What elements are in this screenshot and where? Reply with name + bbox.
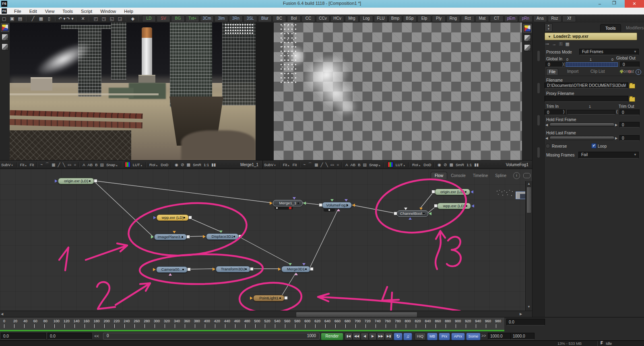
- tool-button-3Cm[interactable]: 3Cm: [200, 15, 214, 22]
- right-viewer-1:1[interactable]: 1:1: [465, 163, 473, 167]
- vscroll-thumb[interactable]: [526, 187, 532, 213]
- close-button[interactable]: ✕: [625, 0, 644, 8]
- guides-icon[interactable]: ▤: [362, 163, 368, 167]
- loader-tab-file[interactable]: File: [546, 68, 558, 75]
- menu-help[interactable]: Help: [120, 9, 137, 14]
- view-cube-icon[interactable]: [2, 34, 8, 41]
- tool-button-BSp[interactable]: BSp: [403, 15, 417, 22]
- global-range-slider[interactable]: [566, 62, 618, 67]
- tool-button-Mat[interactable]: Mat: [475, 15, 489, 22]
- menu-tools[interactable]: Tools: [58, 9, 77, 14]
- slider-left-icon[interactable]: ◀: [545, 123, 548, 127]
- tool-button-Rng[interactable]: Rng: [446, 15, 460, 22]
- tool-button-BG[interactable]: BG: [171, 15, 185, 22]
- tool-button-CT[interactable]: CT: [490, 15, 504, 22]
- left-viewer[interactable]: [10, 23, 256, 160]
- channel-swatch-icon[interactable]: [125, 162, 130, 167]
- view-layout-icon[interactable]: [524, 25, 531, 32]
- reverse-checkbox[interactable]: [545, 144, 550, 148]
- layout-stack-icon[interactable]: ◱: [108, 16, 116, 22]
- grid-icon[interactable]: ▦: [50, 163, 56, 167]
- playback-range[interactable]: 0 1000: [103, 333, 320, 340]
- left-viewer-fit[interactable]: Fit: [29, 163, 35, 167]
- current-time-field-2[interactable]: [47, 333, 92, 340]
- scroll-right-icon[interactable]: ▶: [520, 312, 522, 316]
- hold-first-field[interactable]: [619, 122, 640, 128]
- tool-button-3Rn[interactable]: 3Rn: [229, 15, 243, 22]
- filename-field[interactable]: [545, 82, 628, 89]
- transport-step-forward-fast-button[interactable]: ▶▶: [377, 333, 385, 340]
- current-time-field[interactable]: [1, 333, 46, 340]
- hscroll-thumb[interactable]: [296, 312, 417, 317]
- ellipse-icon[interactable]: ○: [72, 163, 77, 167]
- transport-first-frame-button[interactable]: ▮◀: [345, 333, 353, 340]
- lock-icon[interactable]: ◉: [173, 163, 180, 167]
- right-viewer[interactable]: [274, 23, 522, 160]
- hold-last-field[interactable]: [619, 135, 640, 141]
- splitter-handle[interactable]: [537, 51, 540, 61]
- panel-spinner[interactable]: ▲▼: [545, 23, 553, 32]
- transport-step-back-fast-button[interactable]: ◀◀: [353, 333, 361, 340]
- left-viewer-1:1[interactable]: 1:1: [202, 163, 210, 167]
- tool-button-BC[interactable]: BC: [272, 15, 286, 22]
- menu-edit[interactable]: Edit: [25, 9, 41, 14]
- spline-icon[interactable]: ~: [302, 163, 307, 167]
- trim-slider[interactable]: [567, 110, 615, 115]
- gear-icon[interactable]: ⚙: [627, 69, 632, 74]
- open-file-icon[interactable]: ▣: [8, 16, 16, 22]
- radiation-icon[interactable]: ☢: [619, 69, 623, 74]
- transport-step-back-button[interactable]: ◀: [361, 333, 369, 340]
- folder-icon[interactable]: [629, 84, 635, 89]
- process-mode-dropdown[interactable]: Full Frames▼: [579, 49, 639, 55]
- levels-icon[interactable]: ▮▮: [210, 163, 217, 167]
- left-viewer-ab[interactable]: AB: [87, 163, 94, 167]
- flow-view[interactable]: origin.exr (LD)wpp.exr (LD)ImagePlane3..…: [0, 169, 532, 317]
- checker-icon[interactable]: ▩: [448, 163, 454, 167]
- spline-icon[interactable]: ~: [39, 163, 44, 167]
- global-end-field[interactable]: [488, 333, 512, 340]
- tool-button-3Im[interactable]: 3Im: [215, 15, 228, 22]
- right-viewer-snap[interactable]: Snap ▴: [368, 163, 382, 167]
- view-cube-icon[interactable]: [2, 43, 8, 50]
- tool-button-Log[interactable]: Log: [359, 15, 373, 22]
- tab-modifiers[interactable]: Modifiers: [623, 24, 644, 31]
- right-viewer-lut[interactable]: LUT ▴: [394, 163, 407, 167]
- right-viewer-subv[interactable]: SubV ▾: [263, 163, 278, 167]
- color-picker-icon[interactable]: ◆: [129, 16, 136, 22]
- trim-in-field[interactable]: [545, 109, 566, 115]
- tool-button-LD[interactable]: LD: [142, 15, 156, 22]
- view-layout-icon[interactable]: [2, 24, 8, 31]
- paste-icon[interactable]: ▯: [45, 16, 53, 22]
- tab-tools[interactable]: Tools: [600, 24, 621, 32]
- layout-grid-icon[interactable]: ◲: [116, 16, 124, 22]
- channel-swatch-icon[interactable]: [388, 162, 393, 167]
- loop-checkbox[interactable]: ✔: [591, 143, 597, 148]
- missing-frames-dropdown[interactable]: Fail▼: [578, 152, 639, 159]
- layout-split-icon[interactable]: ◳: [100, 16, 107, 22]
- cut-icon[interactable]: ╱: [29, 16, 37, 22]
- render-button[interactable]: Render: [321, 333, 343, 340]
- arrow-icon[interactable]: →: [552, 41, 559, 46]
- time-ruler[interactable]: 0204060801001201401601802002202402602803…: [0, 317, 644, 332]
- loader-tab-clip-list[interactable]: Clip List: [588, 68, 607, 74]
- folder-icon[interactable]: [629, 97, 635, 102]
- rect-icon[interactable]: ▭: [66, 163, 72, 167]
- menu-file[interactable]: File: [10, 9, 25, 14]
- tool-button-CCv[interactable]: CCv: [316, 15, 330, 22]
- loader-tab-import[interactable]: Import: [565, 68, 581, 74]
- scroll-down-icon[interactable]: ▼: [527, 305, 530, 309]
- save-icon[interactable]: ▦: [566, 41, 572, 46]
- slider-left-icon[interactable]: ◀: [545, 136, 548, 140]
- skip-label[interactable]: >>: [481, 334, 486, 338]
- tool-button-3SL[interactable]: 3SL: [244, 15, 257, 22]
- tool-button-Elp[interactable]: Elp: [417, 15, 431, 22]
- hold-last-slider[interactable]: [549, 136, 615, 140]
- hold-first-slider[interactable]: [549, 123, 615, 127]
- quality-some-button[interactable]: Some: [466, 333, 481, 340]
- left-viewer-fit[interactable]: Fit ▴: [19, 163, 29, 167]
- tool-button-Txt+[interactable]: Txt+: [186, 15, 199, 22]
- tool-button-SV[interactable]: SV: [157, 15, 170, 22]
- scroll-up-icon[interactable]: ▲: [527, 182, 530, 185]
- left-viewer-lut[interactable]: LUT ▴: [132, 163, 144, 167]
- right-viewer-ab[interactable]: AB: [349, 163, 357, 167]
